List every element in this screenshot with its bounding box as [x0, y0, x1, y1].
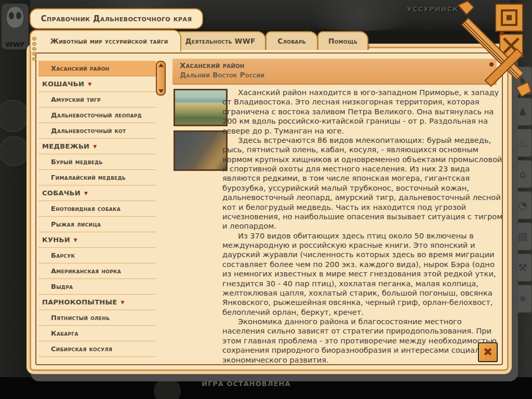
- sidebar-item-label: ПАРНОКОПЫТНЫЕ: [42, 298, 117, 306]
- article-header: Хасанский район Дальний Восток России: [172, 59, 497, 85]
- tab-label: Помощь: [328, 37, 357, 45]
- sidebar-category[interactable]: СОБАЧЬИ▼: [38, 185, 156, 201]
- sidebar-item-label: Барсук: [51, 251, 75, 259]
- article-paragraph: Здесь встречаются 86 видов млекопитающих…: [222, 136, 505, 231]
- tab-label: Животный мир уссурийской тайги: [50, 37, 168, 45]
- sidebar-item[interactable]: Дальневосточный кот: [38, 123, 156, 139]
- city-label: УССУРИЙСК: [407, 5, 459, 13]
- sidebar-category[interactable]: КУНЬИ▼: [38, 232, 156, 248]
- deer-icon[interactable]: ♞: [513, 66, 532, 95]
- sidebar-category[interactable]: МЕДВЕЖЬИ▼: [38, 139, 156, 154]
- sidebar-item[interactable]: Барсук: [38, 248, 156, 263]
- article-subtitle: Дальний Восток России: [180, 71, 489, 79]
- sidebar-item[interactable]: Кабарга: [38, 326, 156, 341]
- house-icon[interactable]: ⌂: [513, 160, 532, 188]
- sidebar-item-label: Бурый медведь: [51, 158, 103, 166]
- sidebar-item[interactable]: Гималайский медведь: [38, 170, 156, 185]
- panda-icon: [7, 7, 23, 28]
- chevron-down-icon: ▼: [88, 82, 91, 87]
- reference-dialog: Хасанский районКОШАЧЬИ▼Амурский тигрДаль…: [30, 47, 509, 371]
- tab-dictionary[interactable]: Словарь: [265, 31, 318, 50]
- tab-help[interactable]: Помощь: [317, 31, 368, 50]
- article-photos: [174, 89, 229, 175]
- sidebar-item[interactable]: Сибирская косуля: [38, 341, 156, 357]
- chevron-down-icon: ▼: [84, 191, 88, 196]
- sidebar-item[interactable]: Пятнистый олень: [38, 310, 156, 326]
- sidebar-item-label: КОШАЧЬИ: [42, 80, 84, 88]
- tab-wwf-activity[interactable]: Деятельность WWF: [175, 31, 266, 50]
- article-title: Хасанский район: [180, 61, 489, 70]
- diagram-icon[interactable]: ◔: [513, 191, 532, 219]
- wwf-logo: WWF: [2, 4, 29, 49]
- tab-label: Словарь: [277, 37, 305, 45]
- article-body: Хасанский район находится в юго-западном…: [222, 88, 505, 365]
- sidebar-item-label: Рыжая лисица: [51, 220, 101, 228]
- sidebar-item-label: СОБАЧЬИ: [42, 189, 81, 197]
- sidebar-item[interactable]: Дальневосточный леопард: [38, 108, 156, 123]
- sidebar-item-label: Хасанский район: [51, 64, 109, 72]
- sidebar-scrollbar[interactable]: [156, 61, 166, 96]
- chevron-down-icon: ▼: [93, 144, 97, 149]
- sidebar-item-label: МЕДВЕЖЬИ: [42, 142, 89, 150]
- chevron-down-icon: ▼: [74, 237, 77, 243]
- tab-bead-decoration: [32, 37, 36, 61]
- sidebar-item[interactable]: Бурый медведь: [38, 154, 156, 170]
- background-map-left: [0, 0, 30, 399]
- article-paragraph: Экономика данного района и благосостояни…: [222, 317, 505, 365]
- left-emblem-icon: [0, 136, 29, 166]
- fire-icon[interactable]: ♨: [513, 129, 532, 157]
- article-paragraph: Из 370 видов обитающих здесь птиц около …: [222, 231, 505, 317]
- sidebar-category[interactable]: КОШАЧЬИ▼: [38, 76, 156, 92]
- sidebar-item[interactable]: Амурский тигр: [38, 92, 156, 108]
- tab-animal-world[interactable]: Животный мир уссурийской тайги: [30, 30, 181, 51]
- photo-landscape-bay[interactable]: [174, 89, 228, 126]
- sidebar-item-label: Енотовидная собака: [51, 205, 121, 212]
- sidebar-item-label: Кабарга: [51, 329, 78, 337]
- sidebar-item-label: Пятнистый олень: [51, 314, 110, 322]
- photo-rocky-hillside[interactable]: [174, 130, 228, 171]
- sidebar-item-label: Американская норка: [51, 267, 121, 275]
- tab-label: Деятельность WWF: [185, 37, 255, 45]
- compass-icon[interactable]: ✳: [513, 285, 532, 313]
- sidebar-category[interactable]: ПАРНОКОПЫТНЫЕ▼: [38, 295, 156, 310]
- sidebar-item-label: КУНЬИ: [42, 236, 70, 244]
- game-status-text: ИГРА ОСТАНОВЛЕНА: [202, 380, 290, 388]
- article-paragraph: Хасанский район находится в юго-западном…: [222, 88, 505, 136]
- sidebar-item-label: Дальневосточный леопард: [51, 111, 142, 119]
- sidebar-item[interactable]: Выдра: [38, 279, 156, 295]
- sidebar-item[interactable]: Хасанский район: [38, 61, 156, 76]
- sidebar-item-label: Сибирская косуля: [51, 345, 112, 353]
- sidebar-item-label: Амурский тигр: [51, 96, 101, 103]
- sidebar-item[interactable]: Рыжая лисица: [38, 217, 156, 232]
- sidebar-item-label: Гималайский медведь: [51, 174, 126, 181]
- settings-icon[interactable]: ⚒: [513, 254, 532, 282]
- close-button[interactable]: ✖: [478, 342, 498, 362]
- sidebar-item-label: Выдра: [51, 283, 73, 290]
- book-icon[interactable]: ▤: [513, 222, 532, 250]
- species-list: Хасанский районКОШАЧЬИ▼Амурский тигрДаль…: [38, 61, 156, 357]
- animal-icon[interactable]: ♟: [513, 98, 532, 126]
- right-toolbar: ♞♟♨⌂◔▤⚒✳: [513, 66, 532, 316]
- sidebar-item[interactable]: Енотовидная собака: [38, 201, 156, 217]
- sidebar-item[interactable]: Американская норка: [38, 263, 156, 279]
- window-title: Справочник Дальневосточного края: [30, 8, 203, 29]
- chevron-down-icon: ▼: [121, 300, 124, 305]
- scroll-down-icon[interactable]: [158, 89, 164, 93]
- close-icon: ✖: [483, 347, 493, 358]
- sidebar-item-label: Дальневосточный кот: [51, 127, 126, 135]
- scroll-up-icon[interactable]: [158, 63, 164, 67]
